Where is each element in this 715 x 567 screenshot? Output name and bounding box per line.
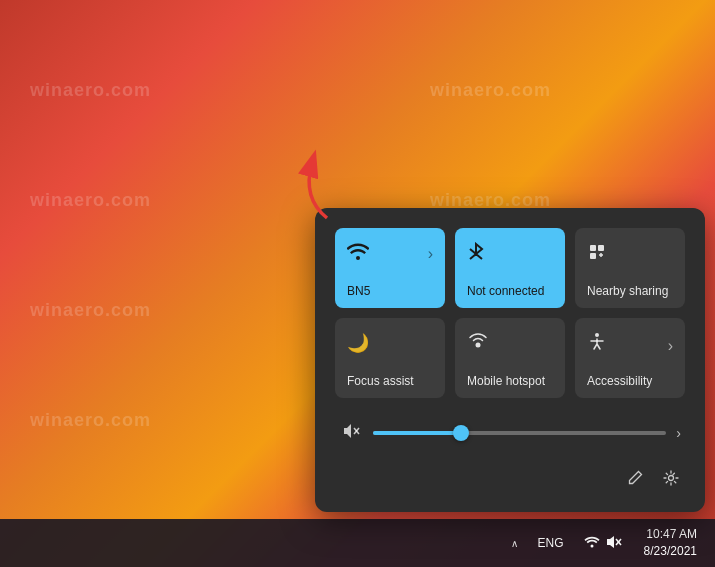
bluetooth-tile-label: Not connected (467, 284, 553, 298)
bluetooth-tile-top (467, 242, 553, 269)
accessibility-tile[interactable]: › Accessibility (575, 318, 685, 398)
tray-time: 10:47 AM (646, 526, 697, 543)
volume-slider-thumb (453, 425, 469, 441)
svg-point-7 (669, 476, 674, 481)
svg-rect-1 (598, 245, 604, 251)
nearby-sharing-icon (587, 242, 607, 267)
bluetooth-icon (467, 242, 485, 269)
mobile-hotspot-tile-label: Mobile hotspot (467, 374, 553, 388)
tray-overflow-area[interactable]: ∧ (503, 534, 526, 553)
wifi-tile-top: › (347, 242, 433, 265)
mobile-hotspot-tile-top (467, 332, 553, 357)
system-tray: ∧ ENG 10:47 AM 8/23/2021 (503, 524, 703, 562)
volume-row: › (335, 414, 685, 452)
focus-assist-tile-top: 🌙 (347, 332, 433, 354)
accessibility-tile-label: Accessibility (587, 374, 673, 388)
qs-bottom-row (335, 456, 685, 496)
tray-datetime[interactable]: 10:47 AM 8/23/2021 (638, 524, 703, 562)
nearby-sharing-tile-top (587, 242, 673, 267)
edit-quick-settings-button[interactable] (621, 464, 649, 496)
accessibility-icon (587, 332, 607, 359)
volume-slider-fill (373, 431, 461, 435)
svg-point-4 (595, 333, 599, 337)
qs-tiles-grid: › BN5 Not connected (335, 228, 685, 398)
nearby-sharing-tile-label: Nearby sharing (587, 284, 673, 298)
mobile-hotspot-icon (467, 332, 489, 357)
volume-slider[interactable] (373, 431, 666, 435)
tray-volume-muted-icon (606, 535, 622, 552)
svg-rect-2 (590, 253, 596, 259)
nearby-sharing-tile[interactable]: Nearby sharing (575, 228, 685, 308)
volume-mute-icon[interactable] (339, 422, 363, 444)
focus-assist-tile-label: Focus assist (347, 374, 433, 388)
tray-quick-icons[interactable] (576, 531, 630, 556)
accessibility-tile-chevron: › (668, 337, 673, 355)
wifi-tile-label: BN5 (347, 284, 433, 298)
bluetooth-tile[interactable]: Not connected (455, 228, 565, 308)
svg-point-3 (476, 343, 481, 348)
volume-chevron[interactable]: › (676, 425, 681, 441)
quick-settings-panel: › BN5 Not connected (315, 208, 705, 512)
tray-wifi-icon (584, 535, 600, 551)
wifi-tile[interactable]: › BN5 (335, 228, 445, 308)
svg-rect-0 (590, 245, 596, 251)
focus-assist-icon: 🌙 (347, 332, 369, 354)
tray-date: 8/23/2021 (644, 543, 697, 560)
tray-language-indicator[interactable]: ENG (534, 534, 568, 552)
settings-button[interactable] (657, 464, 685, 496)
wifi-icon (347, 242, 369, 265)
wifi-tile-chevron: › (428, 245, 433, 263)
focus-assist-tile[interactable]: 🌙 Focus assist (335, 318, 445, 398)
taskbar: ∧ ENG 10:47 AM 8/23/2021 (0, 519, 715, 567)
mobile-hotspot-tile[interactable]: Mobile hotspot (455, 318, 565, 398)
accessibility-tile-top: › (587, 332, 673, 359)
tray-chevron-icon: ∧ (511, 538, 518, 549)
